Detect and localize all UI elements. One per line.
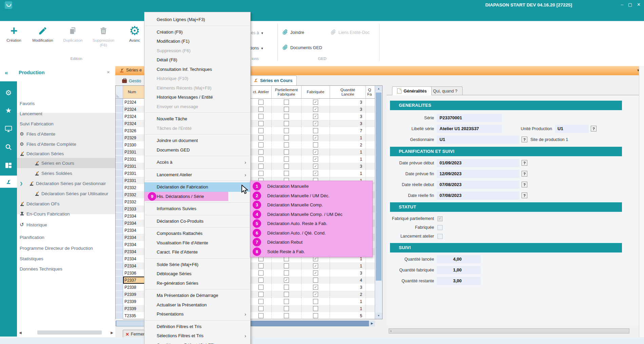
checkbox[interactable] xyxy=(284,270,289,276)
cell-quantite-lancee[interactable]: 1 xyxy=(330,148,366,156)
menu-item-d-blocage-s-ries[interactable]: Déblocage Séries xyxy=(144,269,250,279)
cell-partiellement-fabriquee[interactable] xyxy=(272,106,301,113)
menu-item-composants-rattach-s[interactable]: Composants Rattachés xyxy=(144,229,250,238)
row-selector[interactable] xyxy=(116,141,123,148)
checkbox[interactable] xyxy=(258,142,264,147)
help-button[interactable]: ? xyxy=(522,182,527,187)
submenu-item-d-claration-manuelle-comp-um-d-c[interactable]: 4Déclaration Manuelle Comp. / UM Déc xyxy=(250,210,372,219)
cell-partiellement-fabriquee[interactable] xyxy=(272,148,301,156)
row-selector[interactable] xyxy=(116,170,123,177)
menu-item-acc-s-[interactable]: Accès à› xyxy=(144,158,250,167)
sidebar-item-d-claration-ofs[interactable]: Déclaration OFs xyxy=(17,199,115,209)
scroll-left-icon[interactable]: ◀ xyxy=(19,331,22,335)
quantite-lancee-field[interactable]: 4,00 xyxy=(437,255,481,263)
table-vertical-scrollbar[interactable]: ▲ ▼ xyxy=(375,86,382,319)
help-button[interactable]: ? xyxy=(522,160,527,166)
cell-lancement-atelier[interactable] xyxy=(251,113,272,120)
acces-a-dropdown[interactable]: ès à▼ xyxy=(251,31,264,35)
cell-partiellement-fabriquee[interactable] xyxy=(272,262,301,269)
checkbox[interactable]: ✓ xyxy=(313,100,318,105)
cell-fabriquee[interactable]: ✓ xyxy=(301,291,330,298)
actions-dropdown[interactable]: tions▼ xyxy=(250,46,264,50)
sidebar-item-lancement[interactable]: Lancement xyxy=(17,108,115,119)
row-selector[interactable] xyxy=(116,148,123,156)
tab-series-en-cours[interactable]: Séries en Cours xyxy=(249,76,297,85)
column-header-a[interactable]: ct. Atelier xyxy=(251,86,272,99)
row-selector[interactable] xyxy=(116,156,123,163)
cell-partiellement-fabriquee[interactable] xyxy=(272,141,301,148)
row-selector[interactable] xyxy=(116,99,123,106)
submenu-item-d-claration-auto-qt-cond-[interactable]: 6Déclaration Auto. / Qté. Cond. xyxy=(250,228,372,238)
row-selector[interactable] xyxy=(116,163,123,170)
documents-ged-button[interactable]: Documents GED xyxy=(282,44,322,51)
checkbox[interactable] xyxy=(258,157,264,162)
cell-fabriquee[interactable] xyxy=(301,277,330,284)
cell-lancement-atelier[interactable] xyxy=(251,106,272,113)
submenu-item-d-claration-manuelle[interactable]: 1Déclaration Manuelle xyxy=(250,182,372,191)
menu-item-s-lections-filtres-et-tris[interactable]: Sélections Filtres et Tris› xyxy=(144,331,250,341)
cell-lancement-atelier[interactable] xyxy=(251,156,272,163)
menu-item-visualisation-file-d-attente[interactable]: Visualisation File d'Attente xyxy=(144,238,250,248)
checkbox[interactable] xyxy=(258,313,264,318)
cell-fabriquee[interactable]: ✓ xyxy=(301,262,330,269)
quantite-restante-field[interactable]: 3,00 xyxy=(437,277,481,285)
cell-partiellement-fabriquee[interactable] xyxy=(272,99,301,106)
row-selector[interactable] xyxy=(116,184,123,191)
checkbox[interactable]: ✓ xyxy=(313,263,318,268)
checkbox[interactable]: ✓ xyxy=(313,114,318,119)
cell-fabriquee[interactable]: ✓ xyxy=(301,170,330,177)
cell-fabriquee[interactable]: ✓ xyxy=(301,99,330,106)
cell-partiellement-fabriquee[interactable]: ✓ xyxy=(272,277,301,284)
sidebar-item-s-ries-en-cours[interactable]: Séries en Cours xyxy=(17,158,115,168)
cell-fabriquee[interactable]: ✓ xyxy=(301,106,330,113)
checkbox[interactable]: ✓ xyxy=(313,135,318,140)
checkbox[interactable] xyxy=(284,100,289,105)
cell-lancement-atelier[interactable] xyxy=(251,312,272,319)
column-header-q[interactable]: Quantité Lancée xyxy=(330,86,366,99)
checkbox[interactable] xyxy=(258,285,264,290)
checkbox[interactable] xyxy=(258,299,264,304)
menu-item-d-claration-co-produits[interactable]: Déclaration Co-Produits xyxy=(144,217,250,226)
cell-lancement-atelier[interactable] xyxy=(251,163,272,170)
date-reelle-debut-field[interactable]: 07/08/2023 xyxy=(437,181,520,189)
cell-lancement-atelier[interactable] xyxy=(251,269,272,277)
column-header-f[interactable]: Fabriquée xyxy=(301,86,330,99)
menu-item-t-ches-de-l-entit-[interactable]: Tâches de l'Entité xyxy=(144,124,250,133)
submenu-item-d-claration-manuelle-um-d-c-[interactable]: 2Déclaration Manuelle / UM Déc. xyxy=(250,191,372,201)
tab-generalites[interactable]: Généralités xyxy=(392,86,432,95)
chevrons-left-icon[interactable]: « xyxy=(5,69,8,76)
menu-item-caract-file-d-attente[interactable]: Caract. File d'Attente xyxy=(144,247,250,257)
row-selector[interactable] xyxy=(116,241,123,248)
checkbox[interactable] xyxy=(258,121,264,126)
modification-button[interactable]: Modification xyxy=(28,24,57,43)
sidebar-item-d-claration-s-ries-par-utilisateur[interactable]: Déclaration Séries par Utilisateur xyxy=(17,188,115,199)
checkbox[interactable] xyxy=(313,313,318,318)
sidebar-horizontal-scrollbar[interactable]: ◀ ▶ xyxy=(17,330,115,336)
checkbox[interactable] xyxy=(258,292,264,297)
row-selector[interactable] xyxy=(116,291,123,298)
menu-item-informations-suivies[interactable]: Informations Suivies xyxy=(144,204,250,214)
cell-lancement-atelier[interactable] xyxy=(251,298,272,305)
checkbox[interactable]: ✓ xyxy=(313,164,318,169)
unite-production-field[interactable]: U1 xyxy=(555,125,589,133)
close-icon[interactable]: ✕ xyxy=(637,2,641,7)
checkbox[interactable] xyxy=(284,149,289,155)
duplication-button[interactable]: Duplication xyxy=(58,24,87,43)
cell-fabriquee[interactable] xyxy=(301,305,330,312)
menu-item-historique-f10-[interactable]: Historique (F10) xyxy=(144,74,250,83)
menu-item-re-g-n-ration-s-ries[interactable]: Re-génération Séries xyxy=(144,279,250,288)
lancement-atelier-checkbox[interactable] xyxy=(437,234,443,239)
row-selector[interactable] xyxy=(116,177,123,184)
quantite-fabriquee-field[interactable]: 1,00 xyxy=(437,266,481,274)
row-selector[interactable] xyxy=(116,305,123,312)
menu-item-historique-messages-entit-[interactable]: Historique Messages / Entité xyxy=(144,93,250,102)
cell-quantite-lancee[interactable]: 1 xyxy=(330,156,366,163)
cell-partiellement-fabriquee[interactable] xyxy=(272,298,301,305)
cell-quantite-lancee[interactable]: 1 xyxy=(330,170,366,177)
row-selector[interactable] xyxy=(116,205,123,213)
cell-lancement-atelier[interactable] xyxy=(251,291,272,298)
checkbox[interactable]: ✓ xyxy=(313,121,318,126)
select-all-triangle-icon[interactable] xyxy=(116,94,120,98)
row-selector[interactable] xyxy=(116,262,123,269)
row-selector[interactable] xyxy=(116,213,123,220)
